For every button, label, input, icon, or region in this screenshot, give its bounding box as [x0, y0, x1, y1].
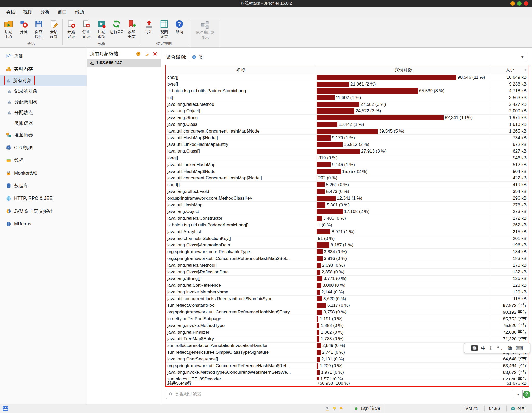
- close-button[interactable]: [524, 1, 528, 6]
- sidebar-item-monitors-locks[interactable]: Monitor&锁: [0, 167, 87, 179]
- table-row[interactable]: java.util.concurrent.ConcurrentHashMap$N…: [166, 175, 529, 182]
- ime-input-method-pinyin[interactable]: 拼: [471, 345, 478, 351]
- start-recording-button[interactable]: 开始记录: [64, 18, 79, 41]
- table-row[interactable]: java.util.TreeMap$Entry1,783 (0 %)71,320…: [166, 336, 529, 343]
- table-row[interactable]: java.nio.channels.SelectionKey[]51 (0 %)…: [166, 235, 529, 242]
- bookmark-flag-icon[interactable]: [339, 406, 344, 411]
- ime-punctuation-mode[interactable]: °，: [497, 346, 504, 351]
- table-row[interactable]: java.lang.Class[]27,913 (3 %)627 kB: [166, 148, 529, 155]
- mark-dump-icon[interactable]: [136, 51, 141, 56]
- menu-item[interactable]: 窗口: [54, 7, 71, 17]
- filter-options-arrow-icon[interactable]: ▼: [514, 390, 522, 399]
- table-row[interactable]: java.lang.Object17,108 (2 %)273 kB: [166, 208, 529, 215]
- table-row[interactable]: org.springframework.core.ResolvableType3…: [166, 249, 529, 255]
- table-row[interactable]: java.util.concurrent.locks.ReentrantLock…: [166, 296, 529, 302]
- table-row[interactable]: java.lang.invoke.MethodType$ConcurrentWe…: [166, 369, 529, 376]
- maximize-button[interactable]: [517, 1, 522, 6]
- table-row[interactable]: long[]319 (0 %)546 kB: [166, 155, 529, 162]
- ime-virtual-keyboard[interactable]: ⌨: [516, 346, 523, 351]
- tip-bulb-icon[interactable]: [332, 406, 337, 411]
- sidebar-item-databases[interactable]: 数据库: [0, 179, 87, 192]
- table-row[interactable]: java.lang.CharSequence[]2,131 (0 %)64,64…: [166, 356, 529, 363]
- column-header-name[interactable]: 名称: [166, 65, 316, 74]
- table-row[interactable]: byte[]21,061 (2 %)9,238 kB: [166, 81, 529, 88]
- help-toolbar-button[interactable]: ?帮助: [172, 18, 187, 41]
- table-row[interactable]: java.lang.reflect.Method27,582 (3 %)2,42…: [166, 101, 529, 108]
- table-row[interactable]: java.util.LinkedHashMap$Entry16,812 (2 %…: [166, 141, 529, 148]
- table-row[interactable]: java.lang.reflect.Constructor3,405 (0 %)…: [166, 215, 529, 222]
- active-recording-status[interactable]: 1激活记录: [350, 404, 384, 413]
- sidebar-item-http-rpc-jee[interactable]: HTTP, RPC & JEE: [0, 192, 87, 205]
- table-row[interactable]: tk.baidu.fsg.uid.utils.PaddedAtomicLong6…: [166, 88, 529, 95]
- table-row[interactable]: java.lang.Class$AnnotationData8,187 (1 %…: [166, 242, 529, 249]
- view-settings-button[interactable]: 视图设置: [157, 18, 172, 41]
- table-row[interactable]: java.util.HashMap5,801 (0 %)278 kB: [166, 202, 529, 208]
- help-button[interactable]: ?: [523, 391, 530, 398]
- vm-indicator[interactable]: VM #1: [461, 406, 482, 411]
- table-row[interactable]: java.util.LinkedHashMap9,146 (1 %)512 kB: [166, 161, 529, 168]
- edit-dump-icon[interactable]: [144, 51, 149, 56]
- table-row[interactable]: org.springframework.core.MethodClassKey1…: [166, 195, 529, 202]
- column-header-instance-count[interactable]: 实例计数: [316, 65, 491, 74]
- sidebar-item-allocation-call-tree[interactable]: 分配调用树: [0, 96, 87, 107]
- start-tracking-button[interactable]: 启动跟踪: [94, 18, 109, 41]
- table-row[interactable]: java.lang.reflect.Field5,473 (0 %)394 kB: [166, 188, 529, 195]
- table-row[interactable]: java.lang.ref.SoftReference3,088 (0 %)12…: [166, 282, 529, 289]
- table-row[interactable]: java.lang.Class13,442 (1 %)1,613 kB: [166, 121, 529, 128]
- sidebar-item-recorded-objects[interactable]: 记录的对象: [0, 86, 87, 96]
- table-row[interactable]: java.util.ArrayList8,971 (1 %)215 kB: [166, 228, 529, 235]
- table-row[interactable]: java.lang.Class$ReflectionData2,358 (0 %…: [166, 269, 529, 276]
- add-bookmark-button[interactable]: 添加书签: [124, 18, 139, 41]
- table-row[interactable]: tk.baidu.fsg.uid.utils.PaddedAtomicLong[…: [166, 222, 529, 229]
- ime-halfwidth-fullwidth[interactable]: ☾: [489, 346, 494, 351]
- column-header-size[interactable]: 大小▼: [491, 65, 529, 74]
- table-row[interactable]: java.lang.invoke.MethodType1,888 (0 %)75…: [166, 322, 529, 329]
- stack-trace-icon[interactable]: [325, 406, 330, 411]
- detach-button[interactable]: 分离: [16, 18, 31, 41]
- launch-center-button[interactable]: 启动中心: [1, 18, 16, 41]
- stop-recording-button[interactable]: 停止记录: [79, 18, 94, 41]
- table-row[interactable]: java.lang.String[]3,771 (0 %)126 kB: [166, 276, 529, 282]
- run-gc-button[interactable]: 运行GC: [109, 18, 124, 41]
- table-row[interactable]: java.lang.ref.Finalizer1,802 (0 %)72,080…: [166, 329, 529, 336]
- aggregation-level-select[interactable]: 类 ▼: [189, 53, 527, 62]
- ime-simplified-chinese[interactable]: 简: [508, 346, 512, 351]
- menu-item[interactable]: 会话: [2, 7, 19, 17]
- sidebar-item-allocation-hot-spots[interactable]: 分配热点: [0, 107, 87, 118]
- table-row[interactable]: java.util.HashMap$Node15,757 (2 %)504 kB: [166, 168, 529, 175]
- sidebar-item-telemetries[interactable]: 遥测: [0, 50, 87, 62]
- remove-dump-icon[interactable]: [152, 51, 158, 56]
- table-row[interactable]: java.lang.reflect.Method[]2,698 (0 %)170…: [166, 262, 529, 269]
- menu-item[interactable]: 帮助: [71, 7, 88, 17]
- table-row[interactable]: int[]11,602 (1 %)3,563 kB: [166, 94, 529, 101]
- table-row[interactable]: org.springframework.util.ConcurrentRefer…: [166, 363, 529, 369]
- input-method-indicator-icon[interactable]: [2, 405, 9, 412]
- table-row[interactable]: io.netty.buffer.PoolSubpage1,191 (0 %)85…: [166, 316, 529, 323]
- sidebar-item-threads[interactable]: 线程: [0, 154, 87, 167]
- menu-item[interactable]: 视图: [19, 7, 36, 17]
- table-row[interactable]: java.lang.String82,341 (10 %)1,976 kB: [166, 115, 529, 121]
- table-row[interactable]: sun.reflect.ConstantPool6,117 (0 %)97,87…: [166, 302, 529, 309]
- menu-item[interactable]: 分析: [36, 7, 54, 17]
- table-row[interactable]: sun.nio.cs.UTF_8$Decoder1,571 (0 %)62,84…: [166, 376, 529, 380]
- sidebar-item-mbeans[interactable]: MBeans: [0, 218, 87, 230]
- ime-lang-chinese[interactable]: 中: [481, 346, 486, 351]
- table-row[interactable]: java.lang.Object[]24,522 (3 %)2,000 kB: [166, 108, 529, 115]
- table-row[interactable]: org.springframework.util.ConcurrentRefer…: [166, 309, 529, 316]
- sidebar-item-cpu-views[interactable]: CPU视图: [0, 141, 87, 154]
- sidebar-item-heap-walker[interactable]: 堆遍历器: [0, 128, 87, 141]
- sidebar-item-all-objects[interactable]: 所有对象: [0, 75, 87, 86]
- sidebar-item-class-tracker[interactable]: 类跟踪器: [0, 118, 87, 128]
- table-row[interactable]: short[]5,261 (0 %)419 kB: [166, 182, 529, 188]
- table-row[interactable]: java.util.HashMap$Node[]9,179 (1 %)734 k…: [166, 135, 529, 141]
- sidebar-item-jvm-custom-probes[interactable]: JVM & 自定义探针: [0, 205, 87, 218]
- save-snapshot-button[interactable]: 保存快照: [31, 18, 46, 41]
- session-settings-button[interactable]: 会话设置: [46, 18, 61, 41]
- dump-entry[interactable]: 在 1:08.666.147: [87, 59, 161, 67]
- table-row[interactable]: char[]90,546 (11 %)10,049 kB: [166, 74, 529, 81]
- filter-input[interactable]: [175, 392, 514, 397]
- table-row[interactable]: org.springframework.util.ConcurrentRefer…: [166, 255, 529, 262]
- table-row[interactable]: java.util.concurrent.ConcurrentHashMap$N…: [166, 128, 529, 135]
- minimize-button[interactable]: [510, 1, 515, 6]
- table-row[interactable]: java.lang.invoke.MemberName2,144 (0 %)12…: [166, 289, 529, 296]
